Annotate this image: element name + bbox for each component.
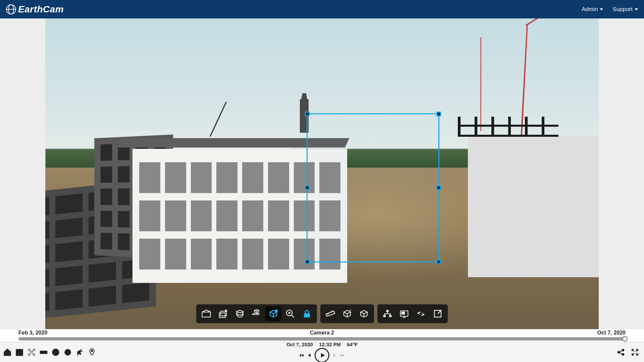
- admin-menu[interactable]: Admin: [582, 6, 603, 13]
- playback-temperature: 64°F: [347, 342, 358, 347]
- timeline-thumb[interactable]: [622, 336, 628, 342]
- camera-viewport: [0, 18, 644, 329]
- dashboard-gauge-button[interactable]: [50, 346, 62, 358]
- bottom-bar: Oct 7, 2020 12:32 PM 64°F: [0, 342, 644, 362]
- selection-rectangle[interactable]: [307, 113, 439, 262]
- crane-marker-button[interactable]: [74, 346, 86, 358]
- svg-point-4: [236, 310, 243, 317]
- support-label: Support: [612, 6, 633, 13]
- zoom-in-button[interactable]: [282, 306, 298, 321]
- lock-button[interactable]: [299, 306, 315, 321]
- home-button[interactable]: [1, 346, 13, 358]
- play-button[interactable]: [315, 348, 329, 362]
- svg-point-6: [275, 310, 277, 312]
- image-wide-button[interactable]: [38, 346, 50, 358]
- playback-time: 12:32 PM: [319, 342, 341, 347]
- brand-logo: EarthCam: [6, 4, 64, 15]
- timeline-camera-label: Camera 2: [310, 330, 334, 336]
- caret-down-icon: [600, 8, 603, 10]
- header-menu: Admin Support: [582, 6, 638, 13]
- svg-rect-17: [40, 351, 47, 354]
- playback-info: Oct 7, 2020 12:32 PM 64°F: [286, 342, 358, 347]
- resize-handle-ml[interactable]: [305, 185, 310, 190]
- toolbar-group-3: [377, 304, 448, 323]
- globe-360-button[interactable]: [62, 346, 74, 358]
- pin-marker-button[interactable]: [86, 346, 98, 358]
- resize-handle-br[interactable]: [436, 259, 441, 264]
- compare-mode-button[interactable]: [198, 306, 214, 321]
- playback-date: Oct 7, 2020: [286, 342, 313, 347]
- timeline-track[interactable]: [18, 337, 626, 341]
- rewind-button[interactable]: [299, 352, 305, 358]
- svg-point-21: [67, 349, 69, 355]
- svg-point-22: [91, 350, 93, 351]
- timeline: Feb 3, 2020 Camera 2 Oct 7, 2020: [0, 329, 644, 342]
- next-frame-button[interactable]: [331, 352, 337, 358]
- admin-label: Admin: [582, 6, 598, 13]
- resize-handle-tr[interactable]: [436, 112, 441, 116]
- camera-frame[interactable]: [45, 18, 599, 329]
- settings-gear-button[interactable]: [413, 306, 429, 321]
- panorama-360-button[interactable]: [232, 306, 248, 321]
- scene-building-right: [468, 136, 599, 277]
- fullscreen-button[interactable]: [629, 347, 641, 358]
- measure-ruler-button[interactable]: [322, 306, 338, 321]
- layers-pin-button[interactable]: [215, 306, 231, 321]
- svg-rect-9: [326, 311, 335, 316]
- app-header: EarthCam Admin Support: [0, 0, 644, 18]
- fast-forward-button[interactable]: [339, 352, 345, 358]
- resize-handle-mr[interactable]: [436, 185, 441, 190]
- timeline-start-date: Feb 3, 2020: [18, 330, 47, 336]
- cube-stack-button[interactable]: [249, 306, 265, 321]
- sitemap-button[interactable]: [379, 306, 395, 321]
- share-button[interactable]: [615, 347, 627, 358]
- support-menu[interactable]: Support: [612, 6, 638, 13]
- svg-point-5: [236, 312, 243, 315]
- svg-rect-10: [386, 310, 389, 312]
- prev-frame-button[interactable]: [307, 352, 313, 358]
- resize-handle-bl[interactable]: [305, 259, 310, 264]
- globe-icon: [6, 4, 16, 14]
- svg-rect-8: [304, 313, 310, 318]
- viewer-toolbar: [196, 304, 448, 323]
- timeline-end-date: Oct 7, 2020: [597, 330, 626, 336]
- screen-button[interactable]: [396, 306, 412, 321]
- svg-rect-12: [389, 315, 392, 317]
- svg-rect-0: [202, 312, 211, 317]
- expand-button[interactable]: [430, 306, 446, 321]
- svg-rect-16: [16, 349, 23, 355]
- brand-text: EarthCam: [18, 4, 64, 15]
- cube-view-button[interactable]: [356, 306, 372, 321]
- playback-buttons: [299, 348, 345, 362]
- view-calendar-button[interactable]: [13, 346, 25, 358]
- toolbar-group-2: [320, 304, 374, 323]
- playback-controls: Oct 7, 2020 12:32 PM 64°F: [286, 342, 358, 362]
- svg-rect-11: [383, 315, 386, 317]
- svg-rect-14: [402, 312, 405, 314]
- bottom-left-tools: [1, 346, 98, 358]
- cube-active-button[interactable]: [265, 306, 281, 321]
- cube-link-button[interactable]: [339, 306, 355, 321]
- resize-handle-tl[interactable]: [305, 112, 310, 116]
- caret-down-icon: [635, 8, 638, 10]
- svg-point-3: [225, 310, 227, 312]
- toolbar-group-1: [196, 304, 317, 323]
- fit-screen-button[interactable]: [25, 346, 38, 358]
- bottom-right-tools: [615, 347, 641, 358]
